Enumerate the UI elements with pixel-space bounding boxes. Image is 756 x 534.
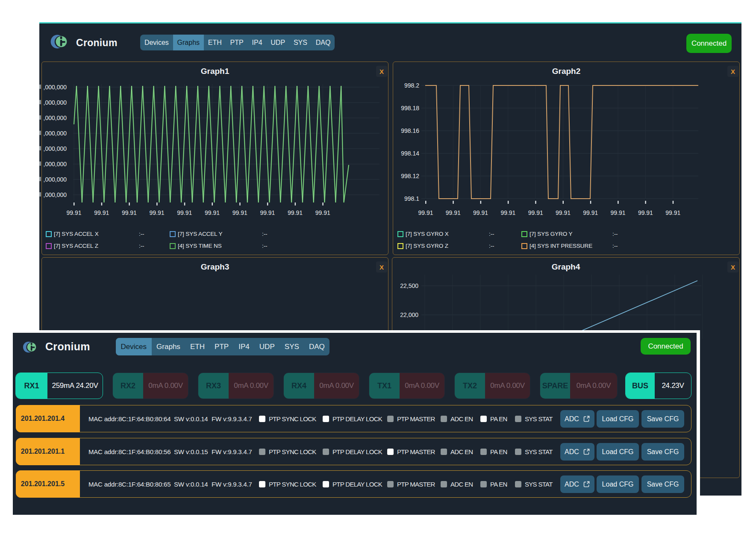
- svg-text:,000,000: ,000,000: [44, 130, 67, 137]
- svg-text:99.91: 99.91: [611, 209, 626, 216]
- svg-text:998.2: 998.2: [404, 82, 419, 89]
- svg-text:,000,000: ,000,000: [44, 99, 67, 106]
- svg-text:,000,000: ,000,000: [44, 84, 67, 91]
- svg-text:99.91: 99.91: [288, 209, 303, 216]
- svg-text:99.91: 99.91: [665, 209, 680, 216]
- svg-text:99.91: 99.91: [232, 209, 247, 216]
- svg-text:99.91: 99.91: [418, 209, 433, 216]
- svg-text:99.91: 99.91: [94, 209, 109, 216]
- svg-text:998.18: 998.18: [401, 105, 419, 111]
- svg-text:998.14: 998.14: [401, 150, 419, 157]
- svg-text:22,000: 22,000: [400, 311, 418, 318]
- svg-text:,000,000: ,000,000: [44, 176, 67, 183]
- svg-text:99.91: 99.91: [446, 209, 461, 216]
- svg-text:99.91: 99.91: [638, 209, 653, 216]
- svg-text:99.91: 99.91: [122, 209, 137, 216]
- svg-text:998.16: 998.16: [401, 127, 419, 134]
- svg-text:,000,000: ,000,000: [44, 161, 67, 167]
- svg-text:998.1: 998.1: [404, 195, 419, 202]
- svg-text:,000,000: ,000,000: [44, 191, 67, 198]
- svg-text:99.91: 99.91: [556, 209, 571, 216]
- svg-text:,000,000: ,000,000: [44, 145, 67, 152]
- svg-text:,000,000: ,000,000: [44, 114, 67, 121]
- svg-text:22,500: 22,500: [400, 282, 418, 289]
- svg-text:99.91: 99.91: [473, 209, 488, 216]
- svg-text:99.91: 99.91: [177, 209, 192, 216]
- svg-text:99.91: 99.91: [583, 209, 598, 216]
- svg-text:99.91: 99.91: [205, 209, 220, 216]
- svg-text:99.91: 99.91: [66, 209, 81, 216]
- svg-text:99.91: 99.91: [315, 209, 330, 216]
- svg-text:99.91: 99.91: [260, 209, 275, 216]
- svg-text:99.91: 99.91: [500, 209, 515, 216]
- svg-text:99.91: 99.91: [528, 209, 543, 216]
- svg-text:99.91: 99.91: [150, 209, 165, 216]
- svg-text:998.12: 998.12: [401, 173, 419, 179]
